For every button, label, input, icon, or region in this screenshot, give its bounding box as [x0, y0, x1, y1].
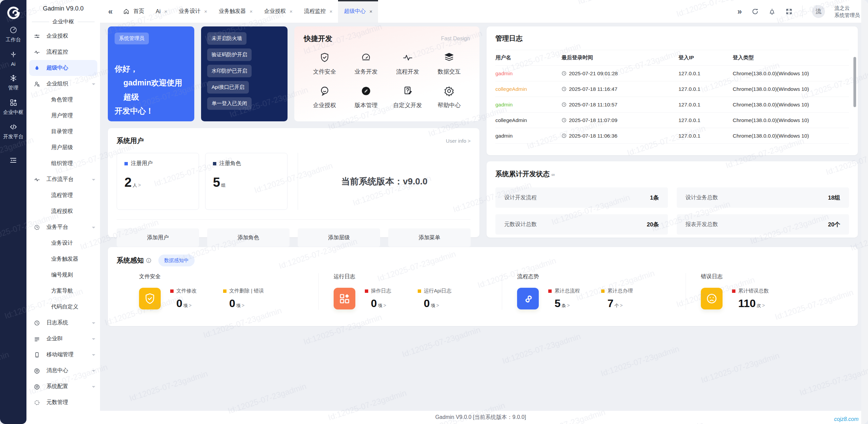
phone-icon — [34, 352, 42, 358]
fastdev-file-security[interactable]: 文件安全 — [304, 52, 346, 76]
refresh-icon[interactable] — [751, 8, 759, 15]
username-cell: collegeAdmin — [495, 86, 561, 92]
sidebar-item-process-mgmt[interactable]: 流程管理 — [26, 187, 100, 203]
tab-business-trigger[interactable]: 业务触发器× — [213, 0, 258, 23]
avatar[interactable]: 流 — [812, 5, 825, 18]
sidebar-collapse-icon[interactable] — [9, 156, 17, 166]
user-info[interactable]: 流之云 系统管理员 — [834, 4, 860, 19]
close-icon[interactable]: × — [250, 8, 253, 14]
tab-super-center[interactable]: 超级中心× — [338, 0, 378, 23]
firewall-status-button[interactable]: 未开启防火墙 — [207, 32, 246, 45]
welcome-card: 系统管理员 你好， gadmin欢迎使用超级 开发中心！ — [108, 26, 194, 121]
table-row[interactable]: collegeAdmin 2025-07-18 11:07:09 127.0.0… — [495, 113, 849, 128]
tab-process-monitor[interactable]: 流程监控× — [298, 0, 338, 23]
add-menu-button[interactable]: 添加菜单 — [388, 228, 471, 247]
fastdev-help-center[interactable]: 帮助中心 — [429, 86, 470, 109]
captcha-status-button[interactable]: 验证码防护开启 — [207, 48, 252, 61]
fastdev-enterprise-auth[interactable]: 企业授权 — [304, 86, 346, 109]
registered-roles-stat[interactable]: 注册角色 5组 — [205, 153, 288, 210]
sidebar-item-role-mgmt[interactable]: 角色管理 — [26, 92, 100, 108]
chevron-down-icon — [92, 227, 95, 230]
api-status-button[interactable]: Api接口已开启 — [207, 81, 249, 94]
sidebar-item-code-custom[interactable]: 代码自定义 — [26, 299, 100, 315]
sidebar-item-system-config[interactable]: 系统配置 — [26, 379, 100, 395]
fullscreen-icon[interactable] — [785, 8, 793, 15]
sidebar-item-process-monitor[interactable]: 流程监控 — [26, 44, 100, 60]
sidebar-item-super-center[interactable]: 超级中心 — [29, 60, 97, 76]
sidebar-item-process-auth[interactable]: 流程授权 — [26, 203, 100, 219]
table-row[interactable]: collegeAdmin 2025-07-18 11:16:47 127.0.0… — [495, 81, 849, 97]
stat-total-handled[interactable]: 累计总办理 7个> — [601, 288, 645, 310]
stat-dot — [124, 162, 128, 165]
close-icon[interactable]: × — [369, 8, 372, 14]
sidebar-item-org-mgmt[interactable]: 组织管理 — [26, 156, 100, 171]
sidebar-item-metadata-mgmt[interactable]: 元数管理 — [26, 395, 100, 410]
add-level-button[interactable]: 添加层级 — [298, 228, 380, 247]
close-icon[interactable]: × — [290, 8, 293, 14]
sidebar-item-business-design[interactable]: 业务设计 — [26, 235, 100, 251]
rail-item-dev-platform[interactable]: 开发平台 — [3, 123, 23, 140]
username-cell: gadmin — [495, 70, 561, 77]
table-row[interactable]: gadmin 2025-07-18 11:06:36 127.0.0.1 Chr… — [495, 128, 849, 144]
stat-file-modify[interactable]: 文件修改 0项> — [170, 288, 214, 310]
fastdev-business-dev[interactable]: 业务开发 — [346, 52, 387, 76]
sidebar-item-enterprise-org[interactable]: 企业组织 — [26, 76, 100, 92]
stat-total-errors[interactable]: 累计错误总数 110次> — [732, 288, 775, 310]
app-logo-icon[interactable] — [5, 4, 21, 21]
add-user-button[interactable]: 添加用户 — [117, 228, 199, 247]
sidebar-item-label: 企业授权 — [46, 33, 68, 40]
registered-users-stat[interactable]: 注册用户 2人> — [117, 153, 199, 210]
card-title: 管理日志 — [495, 34, 849, 43]
perception-group-run-log: 运行日志 操作日志 0项> 运行Api日志 0项> — [318, 273, 502, 310]
sidebar-item-business-platform[interactable]: 业务平台 — [26, 219, 100, 235]
sidebar-item-numbering-rules[interactable]: 编号规则 — [26, 267, 100, 283]
sidebar-item-enterprise-bi[interactable]: 企业BI — [26, 331, 100, 347]
sidebar-item-log-system[interactable]: 日志系统 — [26, 315, 100, 331]
rail-item-workbench[interactable]: 工作台 — [6, 26, 21, 43]
sidebar-item-user-level[interactable]: 用户层级 — [26, 140, 100, 156]
stat-total-process[interactable]: 累计总流程 5条> — [548, 288, 592, 310]
close-icon[interactable]: × — [164, 8, 167, 14]
chevron-down-icon — [92, 386, 95, 389]
tabs-scroll-left-icon[interactable]: « — [108, 7, 113, 16]
rail-item-enterprise-hub[interactable]: 企业中枢 — [3, 99, 23, 116]
sidebar-item-mobile-mgmt[interactable]: 移动端管理 — [26, 347, 100, 363]
table-row[interactable]: gadmin 2025-07-21 09:01:28 127.0.0.1 Chr… — [495, 66, 849, 81]
close-icon[interactable]: × — [330, 8, 333, 14]
sidebar-item-enterprise-auth[interactable]: 企业授权 — [26, 28, 100, 44]
table-row[interactable]: gadmin 2025-07-18 11:10:57 127.0.0.1 Chr… — [495, 97, 849, 113]
sidebar-item-plan-nav[interactable]: 方案导航 — [26, 283, 100, 299]
close-icon[interactable]: × — [204, 8, 207, 14]
tab-enterprise-auth[interactable]: 企业授权× — [258, 0, 298, 23]
tab-ai[interactable]: Ai× — [150, 0, 173, 23]
stat-file-delete-error[interactable]: 文件删除 | 错误 0项> — [223, 288, 267, 310]
fastdev-custom-dev[interactable]: 自定义开发 — [387, 86, 429, 109]
design-business-stat: 设计业务总数18组 — [677, 187, 849, 208]
stat-api-log[interactable]: 运行Api日志 0项> — [418, 288, 461, 310]
rail-item-manage[interactable]: 管理 — [8, 74, 18, 91]
add-role-button[interactable]: 添加角色 — [207, 228, 290, 247]
rail-item-ai[interactable]: Ai — [9, 51, 17, 67]
sso-status-button[interactable]: 单一登入已关闭 — [207, 97, 252, 110]
sidebar-item-directory-mgmt[interactable]: 目录管理 — [26, 124, 100, 140]
sidebar-item-workflow-platform[interactable]: 工作流平台 — [26, 171, 100, 187]
fastdev-version-mgmt[interactable]: 版本管理 — [346, 86, 387, 109]
design-process-stat: 设计开发流程1条 — [495, 187, 668, 208]
tabs-scroll-right-icon[interactable]: » — [737, 7, 742, 16]
bell-icon[interactable] — [768, 8, 776, 15]
stat-op-log[interactable]: 操作日志 0项> — [365, 288, 408, 310]
site-link[interactable]: cojz8.com — [834, 416, 859, 422]
page-scrollbar[interactable] — [861, 0, 868, 424]
sidebar-item-message-center[interactable]: 消息中心 — [26, 363, 100, 379]
user-info-link[interactable]: User info > — [446, 138, 471, 144]
fastdev-data-exchange[interactable]: 数据交互 — [429, 52, 470, 76]
sidebar-item-user-mgmt[interactable]: 用户管理 — [26, 108, 100, 124]
sidebar-item-business-trigger[interactable]: 业务触发器 — [26, 251, 100, 267]
scrollbar-thumb[interactable] — [853, 57, 856, 107]
watermark-status-button[interactable]: 水印防护已开启 — [207, 65, 252, 77]
header-divider — [802, 5, 803, 18]
sidebar-item-label: 消息中心 — [46, 367, 68, 374]
fastdev-process-dev[interactable]: 流程开发 — [387, 52, 429, 76]
tab-business-design[interactable]: 业务设计× — [173, 0, 213, 23]
tab-home[interactable]: 首页 — [117, 0, 150, 23]
